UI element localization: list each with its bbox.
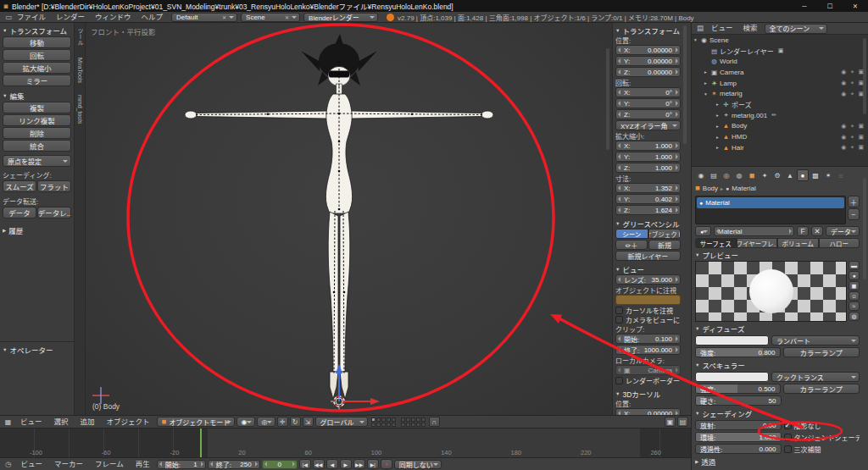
- menu-file[interactable]: ファイル: [12, 12, 51, 23]
- mode-selector[interactable]: ◼ オブジェクトモード: [157, 417, 235, 427]
- prev-keyframe-button[interactable]: ◀◀: [313, 459, 325, 469]
- translucency-slider[interactable]: 透過性:0.000: [695, 444, 782, 454]
- type-volume[interactable]: ボリューム: [777, 238, 819, 248]
- viewport-shading-selector[interactable]: ◉: [236, 417, 255, 427]
- renderability-icon[interactable]: ▣: [858, 144, 864, 151]
- opengl-render-button[interactable]: ▣: [665, 417, 676, 427]
- timeline[interactable]: -100 -60 -20 20 60 100 140 180 220 260: [0, 428, 691, 457]
- type-halo[interactable]: ハロー: [819, 238, 860, 248]
- tab-modifiers[interactable]: ⚙: [771, 169, 783, 181]
- shading-header[interactable]: シェーディング: [695, 407, 860, 418]
- visibility-eye-icon[interactable]: ◉: [841, 91, 846, 97]
- timeline-frame-menu[interactable]: フレーム: [90, 459, 129, 470]
- orientation-selector[interactable]: グローバル: [315, 417, 368, 427]
- outliner-item-label[interactable]: Hair: [732, 144, 744, 152]
- record-button[interactable]: ●: [381, 459, 392, 469]
- frame-end-field[interactable]: 終了:250: [208, 460, 260, 469]
- lock-object-field[interactable]: [615, 295, 681, 305]
- clip-start-field[interactable]: 開始:0.100: [615, 334, 681, 344]
- tab-world[interactable]: ◍: [733, 169, 745, 181]
- rotation-mode-selector[interactable]: XYZオイラー角: [615, 120, 681, 130]
- location-y-field[interactable]: Y:0.00000: [615, 56, 681, 66]
- outliner-row-metarig[interactable]: ▾ ✶ metarig ◉⌖▣: [692, 88, 868, 99]
- section-operator[interactable]: オペレーター: [3, 344, 72, 355]
- outliner-display-mode[interactable]: 全てのシーン: [765, 24, 827, 34]
- maximize-button[interactable]: ☐: [817, 0, 843, 12]
- outliner-row-hair[interactable]: ▸ ▲ Hair ◉⌖▣: [692, 142, 868, 153]
- tab-constraints[interactable]: ✦: [759, 169, 771, 181]
- translate-button[interactable]: 移動: [3, 36, 71, 48]
- add-menu[interactable]: 追加: [75, 417, 100, 428]
- menu-window[interactable]: ウィンドウ: [90, 12, 136, 23]
- grease-pencil-header[interactable]: グリースペンシルレイ..: [615, 218, 681, 229]
- jump-to-start-button[interactable]: |◀: [299, 459, 311, 469]
- preview-sphere-button[interactable]: ●: [849, 271, 860, 280]
- expander-icon[interactable]: ▸: [714, 113, 721, 118]
- visibility-eye-icon[interactable]: ◉: [841, 123, 846, 130]
- expander-icon[interactable]: ▸: [714, 135, 721, 140]
- type-surface[interactable]: サーフェス: [695, 238, 737, 248]
- visibility-eye-icon[interactable]: ◉: [841, 144, 846, 151]
- tab-tools[interactable]: ツール: [75, 28, 84, 46]
- diffuse-ramp-button[interactable]: カラーランプ: [783, 347, 860, 357]
- breadcrumb-object[interactable]: Body: [703, 185, 718, 192]
- scene-selector[interactable]: Scene ✕: [241, 13, 300, 22]
- outliner-scrollbar[interactable]: [863, 38, 866, 114]
- preview-hair-button[interactable]: ≈: [849, 301, 860, 311]
- tab-data[interactable]: ▲: [784, 169, 796, 181]
- scale-button[interactable]: 拡大縮小: [3, 62, 71, 74]
- view-menu[interactable]: ビュー: [15, 417, 47, 428]
- viewport-editor-icon[interactable]: ▦: [3, 417, 14, 427]
- menu-render[interactable]: レンダー: [51, 12, 90, 23]
- gp-source-object[interactable]: オブジェクト: [648, 229, 682, 239]
- hardness-slider[interactable]: 硬さ:50: [695, 395, 782, 406]
- cursor-panel-header[interactable]: 3Dカーソル: [615, 388, 681, 399]
- breadcrumb-material[interactable]: Material: [732, 185, 755, 192]
- layer-toggle-group-1[interactable]: [371, 417, 396, 427]
- manipulator-translate-toggle[interactable]: ✛: [277, 417, 288, 427]
- transfer-data-button[interactable]: データ: [3, 207, 36, 218]
- local-camera-field[interactable]: ▣Camera: [615, 365, 681, 375]
- outliner-row-camera[interactable]: ▸ ▣ Camera ◉⌖▣: [692, 67, 868, 78]
- frame-start-field[interactable]: 開始:1: [157, 460, 206, 469]
- selectability-icon[interactable]: ⌖: [850, 91, 854, 97]
- outliner-row-lamp[interactable]: ▸ ☀ Lamp ◉⌖▣: [692, 78, 868, 89]
- tab-physics[interactable]: ◌: [835, 169, 847, 181]
- outliner-row-body[interactable]: ▸ ▲ Body ◉⌖▣: [692, 121, 868, 132]
- layer-toggle-group-2[interactable]: [401, 417, 426, 427]
- specular-header[interactable]: スペキュラー: [695, 359, 860, 370]
- properties-scrollbar[interactable]: [863, 178, 866, 279]
- outliner-search-menu[interactable]: 検索: [738, 23, 763, 34]
- tab-particles[interactable]: ✶: [822, 169, 834, 181]
- outliner-row-world[interactable]: ◍ World: [692, 56, 868, 67]
- rotate-button[interactable]: 回転: [3, 49, 71, 61]
- viewport-3d[interactable]: フロント・平行投影 (0) Body: [86, 23, 612, 415]
- outliner-item-label[interactable]: HMD: [732, 133, 747, 141]
- slot-add-button[interactable]: ＋: [848, 196, 860, 207]
- layout-close-icon[interactable]: ✕: [222, 14, 226, 20]
- scene-close-icon[interactable]: ✕: [285, 14, 289, 20]
- current-frame-field[interactable]: 0: [262, 460, 298, 469]
- jump-to-end-button[interactable]: ▶|: [367, 459, 379, 469]
- diffuse-intensity-slider[interactable]: 強度:0.800: [695, 347, 781, 357]
- menu-help[interactable]: ヘルプ: [136, 12, 169, 23]
- rotation-x-field[interactable]: X:0°: [615, 87, 681, 97]
- expander-icon[interactable]: ▸: [714, 124, 721, 129]
- visibility-eye-icon[interactable]: ◉: [841, 134, 846, 141]
- specular-intensity-slider[interactable]: 強度:0.500: [695, 384, 781, 394]
- section-history[interactable]: 履歴: [3, 224, 71, 235]
- dimensions-x-field[interactable]: X:1.352: [615, 183, 681, 193]
- scale-y-field[interactable]: Y:1.000: [615, 152, 681, 162]
- npanel-scrollbar[interactable]: [683, 25, 687, 144]
- material-slot-list[interactable]: ● Material: [695, 196, 846, 224]
- close-button[interactable]: ✕: [843, 0, 868, 12]
- select-menu[interactable]: 選択: [49, 417, 74, 428]
- manipulator-rotate-toggle[interactable]: ↻: [290, 417, 301, 427]
- diffuse-shader-selector[interactable]: ランバート: [771, 335, 860, 346]
- view-panel-header[interactable]: ビュー: [615, 263, 681, 274]
- outliner-row-renderlayer[interactable]: ▤ レンダーレイヤー ▣: [692, 46, 868, 57]
- opengl-render-anim-button[interactable]: ▤: [677, 417, 688, 427]
- timeline-editor-icon[interactable]: ◷: [3, 459, 14, 470]
- duplicate-button[interactable]: 複製: [3, 102, 71, 113]
- render-border-checkbox[interactable]: レンダーボーダー: [615, 376, 681, 385]
